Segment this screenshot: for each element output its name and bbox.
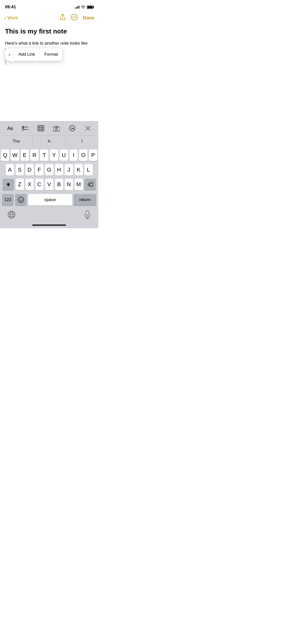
microphone-button[interactable]	[84, 210, 91, 220]
close-icon	[85, 125, 91, 132]
key-w[interactable]: W	[11, 149, 19, 161]
delete-icon	[87, 182, 93, 187]
globe-icon	[8, 211, 16, 219]
svg-point-21	[22, 199, 22, 200]
signal-icon	[75, 6, 79, 9]
note-title: This is my first note	[5, 27, 93, 36]
key-y[interactable]: Y	[50, 149, 58, 161]
suggestion-the[interactable]: The	[0, 136, 32, 147]
nav-bar: ‹ Work Done	[0, 13, 98, 25]
key-r[interactable]: R	[30, 149, 39, 161]
suggestions-bar: The A I	[0, 135, 98, 147]
nav-actions: Done	[60, 14, 94, 22]
checklist-icon	[22, 125, 28, 132]
key-k[interactable]: K	[75, 164, 83, 176]
key-m[interactable]: M	[75, 179, 83, 190]
space-key[interactable]: space	[28, 194, 72, 206]
numbers-key[interactable]: 123	[2, 194, 14, 206]
key-h[interactable]: H	[55, 164, 63, 176]
key-z[interactable]: Z	[16, 179, 24, 190]
note-area: This is my first note Here's what a link…	[0, 25, 98, 66]
markup-icon	[69, 125, 76, 132]
done-button[interactable]: Done	[83, 15, 94, 21]
svg-rect-27	[86, 211, 89, 215]
suggestion-the-text: The	[13, 139, 20, 144]
keyboard-row-1: Q W E R T Y U I O P	[1, 149, 97, 161]
status-icons	[75, 5, 93, 9]
key-g[interactable]: G	[45, 164, 53, 176]
keyboard-row-2: A S D F G H J K L	[1, 164, 97, 176]
home-indicator-area	[0, 223, 98, 228]
status-time: 09:41	[5, 5, 16, 10]
table-button[interactable]	[38, 125, 44, 132]
return-key[interactable]: return	[74, 194, 96, 206]
shift-key[interactable]	[3, 179, 14, 190]
note-spacer	[0, 66, 98, 121]
key-t[interactable]: T	[40, 149, 48, 161]
markup-button[interactable]	[69, 125, 76, 132]
svg-point-2	[74, 17, 75, 18]
svg-point-13	[56, 128, 57, 130]
keyboard-toolbar: Aa	[0, 121, 98, 135]
suggestion-i-text: I	[81, 139, 83, 144]
back-label: Work	[7, 15, 18, 21]
key-v[interactable]: V	[45, 179, 53, 190]
battery-icon	[87, 6, 93, 9]
add-link-button[interactable]: Add Link	[14, 48, 40, 61]
key-j[interactable]: J	[65, 164, 73, 176]
svg-rect-8	[38, 125, 44, 131]
globe-button[interactable]	[8, 211, 16, 220]
svg-point-19	[18, 197, 24, 203]
svg-point-3	[75, 17, 76, 18]
bottom-icons-row	[0, 208, 98, 223]
key-o[interactable]: O	[79, 149, 87, 161]
popup-back-button[interactable]: ‹	[5, 48, 14, 61]
svg-point-1	[72, 17, 73, 18]
key-q[interactable]: Q	[1, 149, 9, 161]
back-chevron-icon: ‹	[4, 15, 6, 21]
key-i[interactable]: I	[70, 149, 78, 161]
status-bar: 09:41	[0, 0, 98, 13]
camera-button[interactable]	[53, 125, 60, 132]
key-s[interactable]: S	[16, 164, 24, 176]
more-options-button[interactable]	[71, 14, 78, 22]
format-button[interactable]: Format	[40, 48, 62, 61]
key-c[interactable]: C	[35, 179, 44, 190]
shift-icon	[6, 182, 11, 187]
camera-icon	[53, 125, 60, 132]
suggestion-a-text: A	[48, 139, 50, 144]
suggestion-a[interactable]: A	[32, 136, 65, 147]
key-d[interactable]: D	[25, 164, 34, 176]
keyboard-row-4: 123 space return	[1, 193, 97, 207]
key-a[interactable]: A	[6, 164, 14, 176]
key-e[interactable]: E	[21, 149, 29, 161]
format-text-button[interactable]: Aa	[7, 125, 13, 131]
emoji-icon	[18, 197, 24, 203]
back-button[interactable]: ‹ Work	[4, 15, 18, 21]
keyboard: Q W E R T Y U I O P A S D F G H J K L Z …	[0, 147, 98, 208]
key-f[interactable]: F	[35, 164, 44, 176]
key-n[interactable]: N	[65, 179, 73, 190]
key-l[interactable]: L	[84, 164, 93, 176]
microphone-icon	[84, 210, 91, 219]
suggestion-i[interactable]: I	[65, 136, 98, 147]
note-body[interactable]: Here's what a link to another note looks…	[5, 40, 93, 66]
context-menu: ‹ Add Link Format	[5, 48, 62, 61]
key-u[interactable]: U	[60, 149, 68, 161]
aa-label: Aa	[7, 125, 13, 131]
popup-back-icon: ‹	[9, 51, 10, 58]
svg-point-20	[20, 199, 20, 200]
home-bar	[32, 224, 66, 226]
wifi-icon	[81, 5, 85, 9]
keyboard-row-3: Z X C V B N M	[1, 179, 97, 190]
delete-key[interactable]	[84, 179, 96, 190]
key-x[interactable]: X	[25, 179, 34, 190]
emoji-key[interactable]	[15, 194, 27, 206]
key-p[interactable]: P	[89, 149, 97, 161]
key-b[interactable]: B	[55, 179, 63, 190]
dismiss-keyboard-button[interactable]	[85, 125, 91, 132]
share-button[interactable]	[60, 14, 66, 22]
table-icon	[38, 125, 44, 132]
checklist-button[interactable]	[22, 125, 28, 132]
svg-point-6	[22, 128, 24, 130]
